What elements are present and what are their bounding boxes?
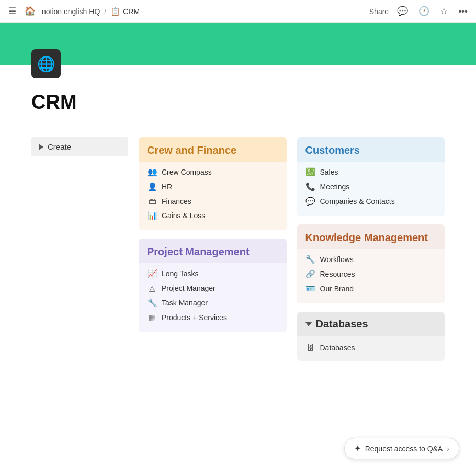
sales-icon: 💹: [305, 167, 316, 177]
more-icon[interactable]: •••: [456, 5, 470, 18]
databases-item-label: Databases: [320, 344, 355, 352]
long-tasks-icon: 📈: [147, 269, 157, 278]
crm-nav-label: CRM: [123, 7, 140, 16]
crew-compass-label: Crew Compass: [162, 168, 212, 176]
meetings-label: Meetings: [320, 183, 350, 191]
page-icon-wrapper: 🌐: [0, 49, 476, 78]
history-icon[interactable]: 🕐: [416, 5, 432, 18]
create-label: Create: [48, 142, 71, 151]
project-management-card: Project Management 📈 Long Tasks △ Projec…: [139, 239, 287, 332]
databases-item-icon: 🗄: [305, 343, 316, 352]
crew-finance-header: Crew and Finance: [139, 137, 287, 162]
databases-card: Databases 🗄 Databases: [297, 312, 445, 361]
gains-loss-item[interactable]: 📊 Gains & Loss: [147, 208, 278, 223]
request-icon: ✦: [354, 444, 361, 454]
companies-contacts-icon: 💬: [305, 197, 316, 206]
page-content: CRM Create Crew and Finance 👥 Crew Compa…: [0, 78, 476, 401]
resources-item[interactable]: 🔗 Resources: [305, 267, 437, 281]
our-brand-icon: 🪪: [305, 284, 316, 293]
middle-column: Crew and Finance 👥 Crew Compass 👤 HR 🗃 F…: [139, 137, 287, 341]
sales-label: Sales: [320, 168, 338, 176]
databases-heading: Databases: [316, 318, 368, 330]
products-services-item[interactable]: ▦ Products + Services: [147, 310, 278, 325]
workflows-icon: 🔧: [305, 255, 316, 264]
breadcrumb-sep: /: [104, 7, 106, 16]
page-icon: 🌐: [31, 49, 61, 78]
workspace-label: notion english HQ: [42, 7, 100, 16]
long-tasks-item[interactable]: 📈 Long Tasks: [147, 266, 278, 281]
crew-finance-card: Crew and Finance 👥 Crew Compass 👤 HR 🗃 F…: [139, 137, 287, 230]
crew-compass-icon: 👥: [147, 167, 157, 177]
hr-icon: 👤: [147, 182, 157, 191]
task-manager-item[interactable]: 🔧 Task Manager: [147, 296, 278, 310]
knowledge-management-card: Knowledge Management 🔧 Workflows 🔗 Resou…: [297, 224, 445, 303]
crew-compass-item[interactable]: 👥 Crew Compass: [147, 165, 278, 179]
customers-body: 💹 Sales 📞 Meetings 💬 Companies & Contact…: [297, 162, 445, 216]
databases-triangle-icon: [305, 322, 312, 326]
task-manager-icon: 🔧: [147, 298, 157, 308]
task-manager-label: Task Manager: [162, 299, 208, 307]
project-manager-label: Project Manager: [162, 284, 216, 292]
crew-finance-body: 👥 Crew Compass 👤 HR 🗃 Finances 📊 Gains &…: [139, 162, 287, 230]
companies-contacts-item[interactable]: 💬 Companies & Contacts: [305, 194, 437, 209]
main-grid: Create Crew and Finance 👥 Crew Compass 👤…: [31, 137, 445, 369]
request-access-button[interactable]: ✦ Request access to Q&A ›: [344, 438, 459, 459]
share-button[interactable]: Share: [369, 7, 389, 16]
our-brand-label: Our Brand: [320, 285, 354, 293]
products-services-label: Products + Services: [162, 313, 227, 322]
finances-icon: 🗃: [147, 197, 157, 206]
databases-item[interactable]: 🗄 Databases: [305, 341, 437, 355]
page-title: CRM: [31, 91, 445, 114]
home-icon[interactable]: 🏠: [22, 5, 38, 18]
crm-nav-icon: 📋: [110, 7, 120, 16]
meetings-item[interactable]: 📞 Meetings: [305, 179, 437, 194]
long-tasks-label: Long Tasks: [162, 269, 199, 278]
resources-icon: 🔗: [305, 269, 316, 279]
title-divider: [31, 122, 445, 122]
resources-label: Resources: [320, 270, 355, 278]
page-crm-nav: 📋 CRM: [110, 7, 140, 16]
databases-header[interactable]: Databases: [297, 312, 445, 336]
customers-card: Customers 💹 Sales 📞 Meetings 💬 Companies…: [297, 137, 445, 216]
meetings-icon: 📞: [305, 182, 316, 191]
comment-icon[interactable]: 💬: [395, 5, 410, 18]
triangle-right-icon: [39, 144, 43, 150]
topbar-right: Share 💬 🕐 ☆ •••: [369, 5, 470, 18]
project-management-header: Project Management: [139, 239, 287, 263]
knowledge-management-body: 🔧 Workflows 🔗 Resources 🪪 Our Brand: [297, 249, 445, 303]
create-button[interactable]: Create: [31, 137, 128, 156]
knowledge-management-header: Knowledge Management: [297, 224, 445, 249]
our-brand-item[interactable]: 🪪 Our Brand: [305, 281, 437, 296]
request-label: Request access to Q&A: [365, 445, 443, 453]
request-chevron-icon: ›: [447, 445, 449, 453]
databases-body: 🗄 Databases: [297, 336, 445, 361]
hr-label: HR: [162, 183, 172, 191]
sales-item[interactable]: 💹 Sales: [305, 165, 437, 179]
gains-loss-icon: 📊: [147, 211, 157, 220]
star-icon[interactable]: ☆: [438, 5, 450, 18]
menu-icon[interactable]: ☰: [6, 5, 18, 18]
right-column: Customers 💹 Sales 📞 Meetings 💬 Companies…: [297, 137, 445, 369]
project-manager-item[interactable]: △ Project Manager: [147, 281, 278, 296]
companies-contacts-label: Companies & Contacts: [320, 197, 395, 206]
workflows-item[interactable]: 🔧 Workflows: [305, 252, 437, 267]
hr-item[interactable]: 👤 HR: [147, 179, 278, 194]
finances-label: Finances: [162, 197, 191, 206]
gains-loss-label: Gains & Loss: [162, 211, 205, 220]
finances-item[interactable]: 🗃 Finances: [147, 194, 278, 208]
customers-header: Customers: [297, 137, 445, 162]
topbar-left: ☰ 🏠 notion english HQ / 📋 CRM: [6, 5, 140, 18]
products-services-icon: ▦: [147, 313, 157, 322]
project-management-body: 📈 Long Tasks △ Project Manager 🔧 Task Ma…: [139, 263, 287, 332]
topbar: ☰ 🏠 notion english HQ / 📋 CRM Share 💬 🕐 …: [0, 0, 476, 23]
project-manager-icon: △: [147, 284, 157, 293]
left-column: Create: [31, 137, 128, 156]
workflows-label: Workflows: [320, 255, 354, 264]
